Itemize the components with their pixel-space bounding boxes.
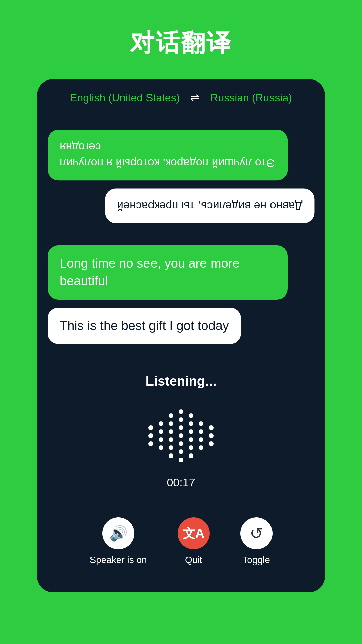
translate-icon: 文A <box>183 525 204 542</box>
wave-col-1 <box>148 425 153 446</box>
speaker-control: 🔊 Speaker is on <box>89 517 147 566</box>
listening-section: Listening... <box>48 360 314 502</box>
list-item: This is the best gift I got today <box>48 308 241 344</box>
wave-col-4 <box>179 409 183 462</box>
controls-bar: 🔊 Speaker is on 文A Quit ↺ Toggle <box>48 511 314 579</box>
chat-divider <box>48 234 314 234</box>
messages-bottom: Long time no see, you are more beautiful… <box>48 245 314 344</box>
chat-area: Это лучший подарок, который я получил се… <box>37 116 325 592</box>
source-language[interactable]: English (United States) <box>70 92 180 104</box>
listening-label: Listening... <box>145 374 216 389</box>
toggle-control: ↺ Toggle <box>240 517 273 566</box>
wave-col-5 <box>189 413 193 458</box>
messages-top: Это лучший подарок, который я получил се… <box>48 130 314 223</box>
quit-button[interactable]: 文A <box>178 517 210 549</box>
toggle-label: Toggle <box>242 555 270 566</box>
list-item: Long time no see, you are more beautiful <box>48 245 288 300</box>
target-language[interactable]: Russian (Russia) <box>210 92 292 104</box>
main-card: English (United States) ⇌ Russian (Russi… <box>37 79 325 592</box>
list-item: Давно не виделись, ты прекрасней <box>105 189 314 223</box>
list-item: Это лучший подарок, который я получил се… <box>48 130 288 180</box>
timer-display: 00:17 <box>167 476 195 489</box>
quit-label: Quit <box>185 555 202 566</box>
speaker-label: Speaker is on <box>89 555 147 566</box>
wave-col-3 <box>169 413 173 458</box>
wave-col-2 <box>159 421 163 450</box>
refresh-icon: ↺ <box>250 524 263 543</box>
app-title: 对话翻译 <box>130 27 232 59</box>
speaker-icon: 🔊 <box>109 525 128 542</box>
language-bar: English (United States) ⇌ Russian (Russi… <box>37 79 325 116</box>
quit-control: 文A Quit <box>178 517 210 566</box>
toggle-button[interactable]: ↺ <box>240 517 273 549</box>
wave-col-6 <box>199 421 203 450</box>
wave-col-7 <box>209 425 214 446</box>
waveform <box>148 402 214 469</box>
speaker-button[interactable]: 🔊 <box>102 517 134 549</box>
swap-icon[interactable]: ⇌ <box>190 91 199 104</box>
